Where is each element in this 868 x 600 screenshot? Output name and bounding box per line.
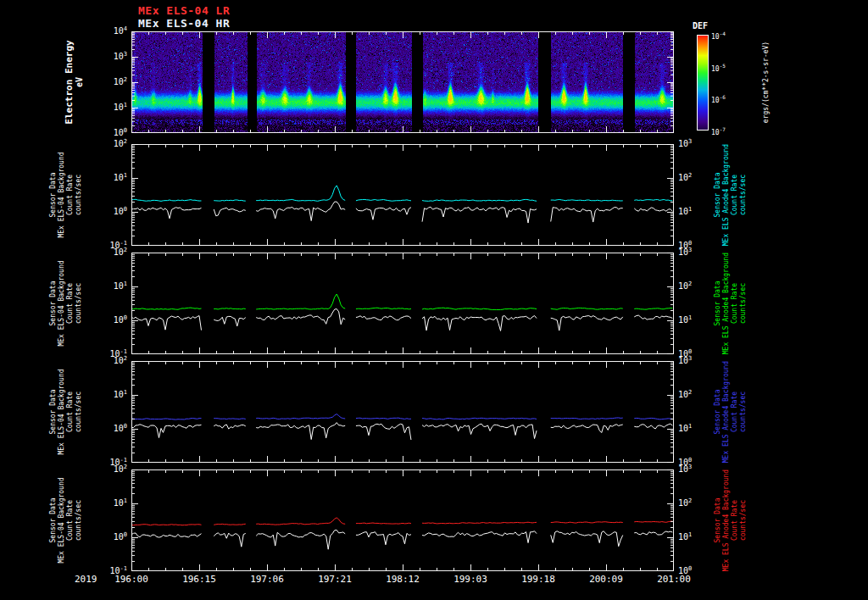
axis-tick-label: 103 (678, 247, 692, 257)
right-axis-label-line: MEx ELS Anode4 Background (722, 457, 731, 584)
spectrogram-y-axis-label: Electron Energy eV (64, 23, 86, 142)
line-panel-canvas (131, 253, 674, 354)
spectrogram-y-axis-title: Electron Energy (64, 23, 75, 142)
colorbar-canvas (697, 35, 709, 131)
left-y-tick-labels: 10210110010-1 (93, 361, 129, 463)
x-axis-labels: 2019 196:00 196:15 197:06 197:21 198:12 … (0, 574, 868, 592)
right-y-tick-labels: 103102101100 (676, 361, 712, 463)
right-axis-label-line: Count Rate (731, 457, 739, 584)
axis-tick-label: 101 (678, 531, 692, 542)
axis-tick-label: 101 (114, 389, 127, 399)
x-tick-label: 196:15 (174, 574, 225, 585)
right-axis-label: Sensor Data MEx ELS Anode4 Background Co… (714, 457, 748, 584)
line-panel-anode4-blue: Sensor Data MEx ELS-04 Background Count … (0, 361, 868, 463)
spectrogram-panel: Electron Energy eV 104103102101100 DEF 1… (0, 31, 868, 133)
x-tick-label: 199:03 (445, 574, 496, 585)
axis-tick-label: 102 (114, 247, 127, 257)
axis-tick-label: 102 (114, 464, 127, 474)
axis-tick-label: 104 (114, 25, 127, 36)
axis-tick-label: 102 (114, 138, 127, 148)
x-tick-label: 197:21 (309, 574, 360, 585)
axis-tick-label: 10-5 (711, 63, 726, 73)
axis-tick-label: 10-6 (711, 94, 726, 104)
line-panel-anode4-cyan: Sensor Data MEx ELS-04 Background Count … (0, 144, 868, 246)
axis-tick-label: 102 (678, 281, 692, 291)
left-axis-label-line: Sensor Data (49, 457, 58, 584)
line-panel-canvas (131, 361, 674, 463)
right-y-tick-labels: 103102101100 (676, 253, 712, 354)
axis-tick-label: 101 (114, 281, 127, 291)
line-panel-canvas (131, 469, 674, 571)
axis-tick-label: 102 (114, 355, 127, 365)
x-tick-label: 201:00 (648, 574, 699, 585)
left-axis-label: Sensor Data MEx ELS-04 Background Count … (49, 457, 83, 584)
axis-tick-label: 101 (114, 497, 127, 508)
left-y-tick-labels: 10210110010-1 (93, 144, 129, 246)
x-tick-label: 198:12 (377, 574, 428, 585)
left-axis-label-line: MEx ELS-04 Background (58, 457, 66, 584)
right-axis-label-line: Sensor Data (714, 457, 722, 584)
axis-tick-label: 101 (678, 423, 692, 433)
x-tick-label: 200:09 (581, 574, 632, 585)
line-panel-anode4-red: Sensor Data MEx ELS-04 Background Count … (0, 469, 868, 571)
axis-tick-label: 100 (114, 423, 127, 433)
left-y-tick-labels: 10210110010-1 (93, 253, 129, 354)
axis-tick-label: 103 (678, 138, 692, 148)
spectrogram-y-tick-labels: 104103102101100 (93, 31, 129, 133)
axis-tick-label: 103 (678, 355, 692, 365)
line-panel-canvas (131, 144, 674, 246)
left-axis-label-line: counts/sec (75, 457, 83, 584)
plot-title-hr: MEx ELS-04 HR (138, 17, 230, 30)
right-y-tick-labels: 103102101100 (676, 469, 712, 571)
right-y-tick-labels: 103102101100 (676, 144, 712, 246)
x-tick-label: 199:18 (513, 574, 564, 585)
axis-tick-label: 101 (114, 172, 127, 182)
axis-tick-label: 101 (678, 314, 692, 325)
left-y-tick-labels: 10210110010-1 (93, 469, 129, 571)
axis-tick-label: 102 (114, 76, 127, 86)
axis-tick-label: 100 (114, 127, 127, 137)
spectrogram-canvas (131, 31, 674, 133)
plot-title-lr: MEx ELS-04 LR (138, 4, 230, 17)
line-panel-anode4-green: Sensor Data MEx ELS-04 Background Count … (0, 253, 868, 354)
x-tick-label: 197:06 (242, 574, 292, 585)
plot-titles: MEx ELS-04 LR MEx ELS-04 HR (138, 4, 230, 30)
axis-tick-label: 100 (114, 314, 127, 325)
x-tick-label: 196:00 (106, 574, 157, 585)
axis-tick-label: 103 (678, 464, 692, 474)
axis-tick-label: 102 (678, 497, 692, 508)
left-axis-label-line: Count Rate (66, 457, 75, 584)
plot-window: MEx ELS-04 LR MEx ELS-04 HR Electron Ene… (0, 0, 868, 600)
axis-tick-label: 102 (678, 389, 692, 399)
axis-tick-label: 103 (114, 51, 127, 61)
spectrogram-y-axis-units: eV (75, 23, 85, 142)
colorbar-tick-labels: 10-410-510-610-7 (711, 35, 747, 131)
axis-tick-label: 100 (114, 206, 127, 216)
axis-tick-label: 101 (114, 102, 127, 112)
x-axis-year-label: 2019 (75, 574, 97, 585)
axis-tick-label: 100 (114, 531, 127, 542)
axis-tick-label: 101 (678, 206, 692, 216)
colorbar-title: DEF (693, 21, 708, 31)
axis-tick-label: 10-4 (711, 31, 726, 41)
axis-tick-label: 102 (678, 172, 692, 182)
right-axis-label-line: counts/sec (739, 457, 748, 584)
